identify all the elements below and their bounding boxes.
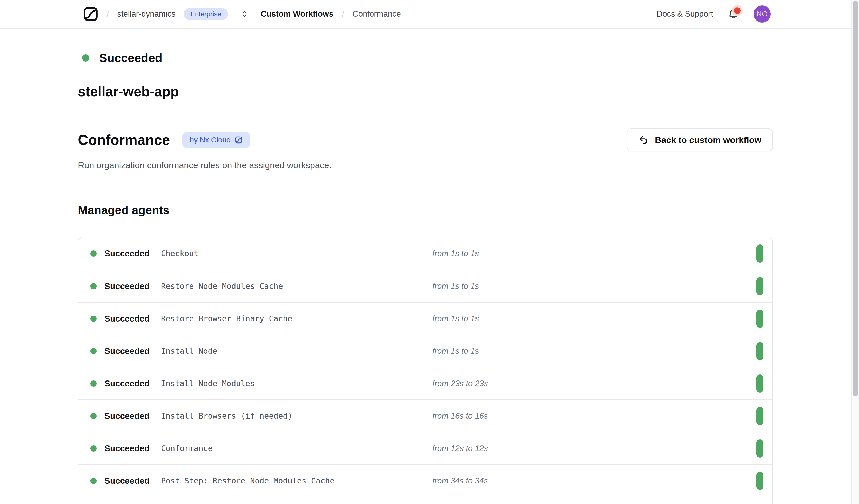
row-task-name: Conformance bbox=[161, 444, 432, 453]
row-timing: from 16s to 16s bbox=[432, 411, 756, 421]
agent-step-row[interactable]: Succeeded Checkout from 1s to 1s bbox=[78, 237, 772, 270]
breadcrumb-separator: / bbox=[106, 9, 109, 19]
row-success-dot bbox=[90, 283, 96, 289]
row-task-name: Install Browsers (if needed) bbox=[161, 411, 432, 421]
row-status-label: Succeeded bbox=[104, 476, 150, 486]
breadcrumb-separator: / bbox=[342, 9, 344, 19]
row-status: Succeeded bbox=[90, 314, 161, 324]
by-nx-cloud-badge[interactable]: by Nx Cloud bbox=[182, 132, 251, 149]
back-button-label: Back to custom workflow bbox=[655, 135, 762, 145]
row-success-dot bbox=[90, 316, 96, 322]
status-label: Succeeded bbox=[99, 51, 162, 65]
main-content: Succeeded stellar-web-app Conformance by… bbox=[0, 29, 859, 504]
row-task-name: Install Node bbox=[161, 347, 432, 355]
row-success-dot bbox=[90, 250, 96, 257]
row-timing: from 23s to 23s bbox=[432, 379, 756, 388]
agent-step-row[interactable]: Succeeded Install Node from 1s to 1s bbox=[78, 335, 772, 367]
row-task-name: Checkout bbox=[161, 249, 432, 258]
agent-step-row[interactable]: Succeeded Post Step: Restore Browser Bin… bbox=[78, 497, 772, 504]
nx-cloud-logo[interactable] bbox=[83, 6, 98, 21]
notification-dot bbox=[732, 5, 743, 16]
by-nx-cloud-label: by Nx Cloud bbox=[190, 136, 231, 144]
row-task-name: Restore Node Modules Cache bbox=[161, 281, 432, 291]
row-status-label: Succeeded bbox=[104, 281, 150, 291]
row-timing: from 1s to 1s bbox=[432, 281, 756, 291]
row-duration-bar bbox=[756, 407, 764, 425]
row-success-dot bbox=[90, 478, 96, 484]
row-duration-bar bbox=[756, 375, 764, 393]
row-status: Succeeded bbox=[90, 249, 161, 259]
avatar[interactable]: NO bbox=[754, 5, 771, 22]
section-description: Run organization conformance rules on th… bbox=[78, 160, 773, 170]
row-duration-bar bbox=[756, 244, 764, 263]
row-duration-bar bbox=[756, 472, 764, 490]
row-success-dot bbox=[90, 380, 96, 387]
row-task-name: Post Step: Restore Node Modules Cache bbox=[161, 476, 432, 485]
row-timing: from 12s to 12s bbox=[432, 444, 756, 453]
row-status-label: Succeeded bbox=[104, 314, 150, 324]
row-status: Succeeded bbox=[90, 379, 161, 388]
row-status: Succeeded bbox=[90, 444, 161, 453]
row-task-name: Install Node Modules bbox=[161, 379, 432, 388]
row-status: Succeeded bbox=[90, 411, 161, 421]
row-timing: from 34s to 34s bbox=[432, 476, 756, 486]
section-title: Conformance bbox=[78, 132, 170, 148]
nx-cloud-mini-logo-icon bbox=[235, 136, 243, 144]
breadcrumb-org[interactable]: stellar-dynamics bbox=[117, 9, 175, 19]
row-timing: from 1s to 1s bbox=[432, 314, 756, 323]
row-status-label: Succeeded bbox=[104, 346, 150, 356]
agent-step-row[interactable]: Succeeded Install Browsers (if needed) f… bbox=[78, 399, 772, 432]
breadcrumb-custom-workflows[interactable]: Custom Workflows bbox=[261, 9, 333, 19]
status-success-dot bbox=[82, 54, 89, 61]
scrollbar-thumb[interactable] bbox=[853, 1, 858, 396]
row-status: Succeeded bbox=[90, 281, 161, 291]
row-status-label: Succeeded bbox=[104, 411, 150, 421]
agent-step-row[interactable]: Succeeded Install Node Modules from 23s … bbox=[78, 367, 772, 399]
row-duration-bar bbox=[756, 342, 764, 360]
row-timing: from 1s to 1s bbox=[432, 347, 756, 356]
chevron-up-down-icon bbox=[240, 10, 249, 18]
row-status-label: Succeeded bbox=[104, 379, 150, 388]
return-arrow-icon bbox=[638, 135, 649, 145]
breadcrumb: / stellar-dynamics Enterprise Custom Wor… bbox=[83, 6, 401, 21]
notifications-button[interactable] bbox=[728, 8, 739, 20]
workspace-title: stellar-web-app bbox=[78, 83, 773, 100]
row-status-label: Succeeded bbox=[104, 249, 150, 259]
row-success-dot bbox=[90, 445, 96, 452]
agent-step-row[interactable]: Succeeded Conformance from 12s to 12s bbox=[78, 432, 772, 464]
managed-agents-list: Succeeded Checkout from 1s to 1s Succeed… bbox=[78, 237, 773, 504]
org-switcher-button[interactable] bbox=[240, 10, 249, 18]
docs-support-link[interactable]: Docs & Support bbox=[657, 9, 713, 19]
back-to-custom-workflow-button[interactable]: Back to custom workflow bbox=[627, 128, 773, 151]
row-success-dot bbox=[90, 348, 96, 354]
row-duration-bar bbox=[756, 310, 764, 328]
conformance-title-group: Conformance by Nx Cloud bbox=[78, 132, 250, 149]
scrollbar-track[interactable] bbox=[851, 0, 859, 504]
enterprise-badge: Enterprise bbox=[184, 8, 228, 20]
agent-step-row[interactable]: Succeeded Restore Browser Binary Cache f… bbox=[78, 302, 772, 335]
conformance-header-row: Conformance by Nx Cloud Back to custom w… bbox=[78, 128, 773, 151]
agent-step-row[interactable]: Succeeded Restore Node Modules Cache fro… bbox=[78, 270, 772, 302]
row-status-label: Succeeded bbox=[104, 444, 150, 453]
breadcrumb-page: Conformance bbox=[353, 9, 401, 19]
page: / stellar-dynamics Enterprise Custom Wor… bbox=[0, 0, 859, 504]
nx-cloud-logo-icon bbox=[83, 6, 98, 21]
row-timing: from 1s to 1s bbox=[432, 249, 756, 258]
row-duration-bar bbox=[756, 277, 764, 295]
managed-agents-heading: Managed agents bbox=[78, 203, 773, 217]
header-right: Docs & Support NO bbox=[657, 5, 840, 22]
agent-step-row[interactable]: Succeeded Post Step: Restore Node Module… bbox=[78, 464, 772, 497]
row-duration-bar bbox=[756, 439, 764, 458]
row-status: Succeeded bbox=[90, 346, 161, 356]
top-header: / stellar-dynamics Enterprise Custom Wor… bbox=[0, 0, 859, 29]
workflow-status: Succeeded bbox=[82, 51, 773, 65]
row-task-name: Restore Browser Binary Cache bbox=[161, 314, 432, 323]
row-status: Succeeded bbox=[90, 476, 161, 486]
row-success-dot bbox=[90, 413, 96, 419]
